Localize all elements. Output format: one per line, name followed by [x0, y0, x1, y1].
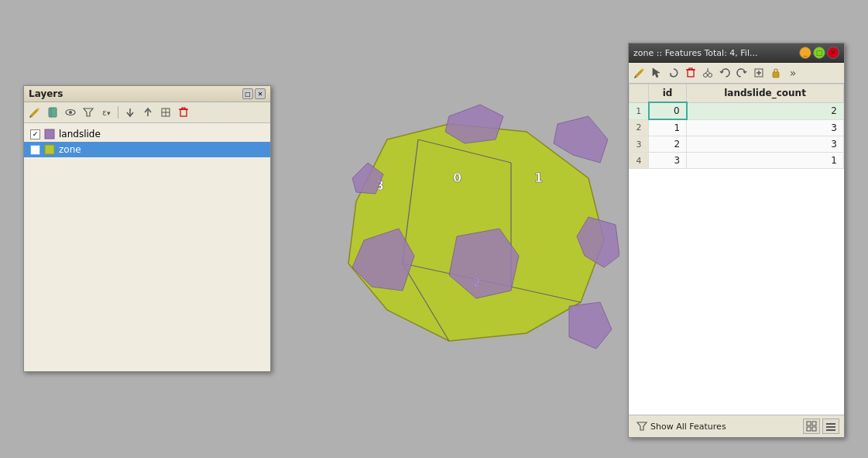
attr-footer: Show All Features	[629, 415, 844, 437]
svg-point-21	[704, 74, 708, 77]
svg-rect-19	[688, 70, 694, 77]
layers-tool-eye[interactable]	[63, 105, 78, 120]
layers-tool-arrow-down[interactable]	[122, 105, 138, 120]
svg-rect-34	[826, 423, 835, 425]
layers-toolbar-separator	[118, 106, 118, 119]
attr-col-rownum	[630, 84, 649, 103]
row-1-landslide-count[interactable]: 2	[687, 102, 844, 119]
footer-icon-buttons	[803, 418, 839, 434]
table-row[interactable]: 1 0 2	[630, 102, 844, 119]
svg-rect-0	[49, 108, 57, 117]
svg-rect-33	[812, 427, 816, 431]
landslide-polygon-7	[569, 302, 612, 349]
zone-label-1: 1	[534, 170, 543, 185]
attr-col-landslide-count[interactable]: landslide_count	[687, 84, 844, 103]
attr-minimize-button[interactable]: _	[799, 46, 811, 59]
layer-landslide-name: landslide	[59, 129, 101, 139]
layer-zone-icon	[44, 144, 55, 155]
attr-toolbar: »	[629, 63, 844, 84]
svg-rect-30	[807, 422, 811, 425]
layers-toolbar: ε▾	[24, 102, 270, 123]
layers-tool-filter[interactable]	[81, 105, 96, 120]
attr-tool-redo[interactable]	[734, 65, 750, 81]
layers-close-button[interactable]: ✕	[255, 88, 266, 99]
layers-tool-book[interactable]	[45, 105, 60, 120]
table-row[interactable]: 2 1 3	[630, 119, 844, 136]
layer-landslide-checkbox[interactable]: ✓	[30, 129, 40, 139]
row-num-3: 3	[630, 136, 649, 153]
row-2-landslide-count[interactable]: 3	[687, 119, 844, 136]
footer-grid-button-2[interactable]	[822, 418, 839, 434]
row-4-landslide-count[interactable]: 1	[687, 153, 844, 169]
svg-text:▾: ▾	[107, 109, 111, 117]
attr-maximize-button[interactable]: □	[813, 46, 825, 59]
row-3-id[interactable]: 2	[649, 136, 687, 153]
footer-grid-button-1[interactable]	[803, 418, 820, 434]
table-row[interactable]: 3 2 3	[630, 136, 844, 153]
attr-tool-undo[interactable]	[717, 65, 732, 81]
layers-titlebar: Layers □ ✕	[24, 86, 270, 102]
filter-icon	[636, 421, 647, 432]
attr-tool-more[interactable]: »	[785, 65, 801, 81]
table-row[interactable]: 4 3 1	[630, 153, 844, 169]
row-num-1: 1	[630, 102, 649, 119]
attr-titlebar: zone :: Features Total: 4, Fil... _ □ ✕	[629, 43, 844, 63]
attr-tool-cut[interactable]	[700, 65, 715, 81]
layer-item-zone[interactable]: ✓ zone	[24, 142, 270, 157]
layer-zone-checkbox[interactable]: ✓	[30, 145, 40, 155]
svg-rect-9	[180, 109, 187, 116]
layer-zone-name: zone	[59, 144, 81, 155]
zone-label-0: 0	[453, 170, 461, 185]
layers-tool-delete[interactable]	[176, 105, 191, 120]
svg-rect-11	[45, 129, 54, 139]
svg-rect-35	[826, 426, 835, 428]
layers-tool-pencil[interactable]	[27, 105, 43, 120]
attr-tool-new[interactable]	[751, 65, 767, 81]
landslide-polygon-3	[554, 116, 608, 163]
row-1-id[interactable]: 0	[649, 102, 687, 119]
layers-list: ✓ landslide ✓ zone	[24, 123, 270, 160]
svg-rect-32	[807, 427, 811, 431]
layer-item-landslide[interactable]: ✓ landslide	[24, 126, 270, 142]
attr-close-button[interactable]: ✕	[827, 46, 839, 59]
attr-tool-pencil[interactable]	[632, 65, 647, 81]
svg-point-3	[69, 111, 72, 114]
svg-rect-31	[812, 422, 816, 425]
attr-col-id[interactable]: id	[649, 84, 687, 103]
svg-line-24	[708, 71, 710, 74]
show-all-label: Show All Features	[650, 422, 726, 432]
attr-tool-select[interactable]	[649, 65, 664, 81]
row-num-2: 2	[630, 119, 649, 136]
layers-titlebar-buttons: □ ✕	[242, 88, 266, 99]
layers-tool-arrow-up[interactable]	[140, 105, 156, 120]
svg-rect-12	[45, 145, 54, 154]
layers-minimize-button[interactable]: □	[242, 88, 253, 99]
layers-tool-epsilon[interactable]: ε▾	[98, 105, 114, 120]
map-svg: 3 0 1 2	[294, 62, 619, 403]
row-num-4: 4	[630, 153, 649, 169]
attr-table: id landslide_count 1 0 2 2 1 3 3 2	[629, 84, 844, 169]
layers-title: Layers	[29, 88, 63, 99]
svg-point-22	[708, 74, 712, 77]
show-all-features-button[interactable]: Show All Features	[633, 419, 729, 433]
row-2-id[interactable]: 1	[649, 119, 687, 136]
attr-tool-refresh[interactable]	[666, 65, 681, 81]
layers-panel: Layers □ ✕ ε▾	[23, 85, 271, 372]
attr-tool-delete[interactable]	[683, 65, 698, 81]
attr-title: zone :: Features Total: 4, Fil...	[633, 48, 796, 58]
attr-titlebar-buttons: _ □ ✕	[799, 46, 839, 59]
row-4-id[interactable]: 3	[649, 153, 687, 169]
layers-tool-grid[interactable]	[158, 105, 173, 120]
svg-rect-36	[826, 429, 835, 431]
svg-rect-29	[773, 72, 779, 77]
attribute-table-panel: zone :: Features Total: 4, Fil... _ □ ✕	[628, 43, 845, 438]
map-area: 3 0 1 2	[294, 62, 619, 403]
attr-table-container[interactable]: id landslide_count 1 0 2 2 1 3 3 2	[629, 84, 844, 415]
row-3-landslide-count[interactable]: 3	[687, 136, 844, 153]
svg-line-23	[705, 71, 708, 74]
attr-tool-lock[interactable]	[768, 65, 784, 81]
layer-landslide-icon	[44, 129, 55, 139]
